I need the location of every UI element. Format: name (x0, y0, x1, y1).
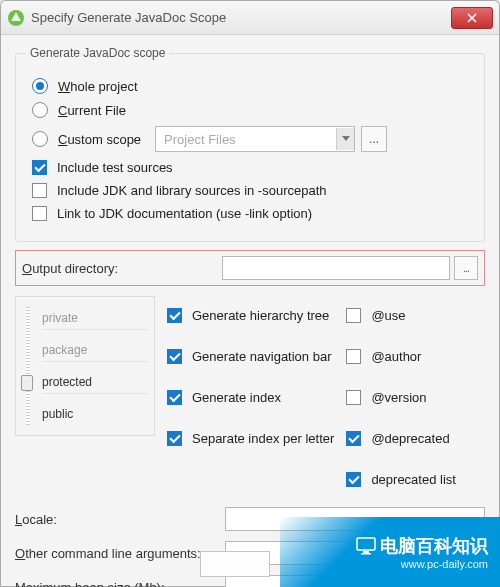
check-include-jdk[interactable] (32, 183, 47, 198)
check-deprecated-label: @deprecated (371, 431, 449, 446)
radio-whole-project-label: Whole project (58, 79, 138, 94)
close-icon (467, 13, 477, 23)
check-include-jdk-label: Include JDK and library sources in -sour… (57, 183, 327, 198)
check-nav-label: Generate navigation bar (192, 349, 331, 364)
svg-rect-2 (363, 551, 369, 553)
svg-rect-3 (361, 553, 371, 555)
close-button[interactable] (451, 7, 493, 29)
check-deprecated[interactable] (346, 431, 361, 446)
radio-current-file-label: Current File (58, 103, 126, 118)
check-include-test-label: Include test sources (57, 160, 173, 175)
group-title: Generate JavaDoc scope (26, 46, 169, 60)
slider-protected: protected (42, 371, 148, 394)
check-version-label: @version (371, 390, 426, 405)
check-author[interactable] (346, 349, 361, 364)
other-args-label: OOther command line arguments:ther comma… (15, 546, 225, 561)
slider-public: public (42, 403, 148, 425)
check-include-test[interactable] (32, 160, 47, 175)
check-use-label: @use (371, 308, 405, 323)
watermark: 电脑百科知识 www.pc-daily.com (280, 517, 500, 587)
locale-label: Locale: (15, 512, 225, 527)
slider-private: private (42, 307, 148, 330)
scope-dropdown-value: Project Files (164, 132, 236, 147)
check-version[interactable] (346, 390, 361, 405)
check-sep-index[interactable] (167, 431, 182, 446)
scope-dropdown[interactable]: Project Files (155, 126, 355, 152)
check-nav[interactable] (167, 349, 182, 364)
watermark-url: www.pc-daily.com (401, 558, 488, 570)
output-browse-button[interactable]: ... (454, 256, 478, 280)
titlebar: Specify Generate JavaDoc Scope (1, 1, 499, 35)
watermark-text: 电脑百科知识 (380, 534, 488, 558)
radio-custom-scope-label: Custom scope (58, 132, 141, 147)
window-title: Specify Generate JavaDoc Scope (31, 10, 451, 25)
check-index[interactable] (167, 390, 182, 405)
check-index-label: Generate index (192, 390, 281, 405)
visibility-slider[interactable]: private package protected public (15, 296, 155, 436)
radio-whole-project[interactable] (32, 78, 48, 94)
slider-thumb[interactable] (21, 375, 33, 391)
footer-button-1[interactable] (200, 551, 270, 577)
radio-current-file[interactable] (32, 102, 48, 118)
check-link-jdk-label: Link to JDK documentation (use -link opt… (57, 206, 312, 221)
output-row-highlight: Output directory: ... (15, 250, 485, 286)
check-hierarchy-label: Generate hierarchy tree (192, 308, 329, 323)
check-hierarchy[interactable] (167, 308, 182, 323)
app-icon (7, 9, 25, 27)
check-sep-index-label: Separate index per letter (192, 431, 334, 446)
monitor-icon (356, 536, 376, 556)
check-link-jdk[interactable] (32, 206, 47, 221)
output-dir-label: Output directory: (22, 261, 222, 276)
chevron-down-icon (336, 128, 354, 150)
check-use[interactable] (346, 308, 361, 323)
radio-custom-scope[interactable] (32, 131, 48, 147)
check-deprecated-list-label: deprecated list (371, 472, 456, 487)
output-dir-input[interactable] (222, 256, 450, 280)
footer-buttons (200, 551, 270, 577)
check-deprecated-list[interactable] (346, 472, 361, 487)
heap-label: Maximum heap size (Mb): (15, 580, 225, 588)
scope-group: Generate JavaDoc scope Whole project Cur… (15, 53, 485, 242)
svg-rect-1 (357, 538, 375, 550)
check-author-label: @author (371, 349, 421, 364)
slider-package: package (42, 339, 148, 362)
slider-rail (26, 307, 30, 425)
scope-ellipsis-button[interactable]: ... (361, 126, 387, 152)
